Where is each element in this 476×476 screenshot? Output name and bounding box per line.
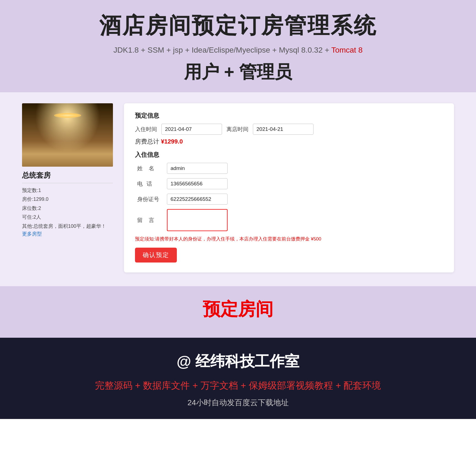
phone-input[interactable] (167, 178, 228, 189)
room-detail-price: 房价:1299.0 (22, 195, 113, 204)
tech-highlight: Tomcat 8 (331, 46, 363, 54)
remark-textarea[interactable] (167, 209, 228, 231)
checkout-input[interactable] (253, 124, 313, 135)
main-title: 酒店房间预定订房管理系统 (6, 11, 470, 41)
footer-download: 24小时自动发百度云下载地址 (11, 397, 465, 408)
checkin-label: 入住时间 (135, 126, 157, 133)
date-row: 入住时间 离店时间 (135, 124, 443, 135)
room-divider (22, 183, 113, 183)
id-label: 身份证号 (135, 196, 163, 203)
name-input[interactable] (167, 163, 228, 174)
name-row: 姓 名 (135, 163, 443, 174)
bottom-section: 预定房间 (0, 286, 476, 338)
room-name: 总统套房 (22, 171, 113, 180)
room-detail-other: 其他:总统套房，面积100平，超豪华！ (22, 222, 113, 231)
room-detail-beds: 床位数:2 (22, 204, 113, 213)
room-image (22, 103, 113, 167)
remark-label: 留 言 (135, 217, 163, 224)
id-input[interactable] (167, 194, 228, 205)
more-rooms-link[interactable]: 更多房型 (22, 231, 42, 237)
tech-stack: JDK1.8 + SSM + jsp + Idea/Eclispe/Myecli… (6, 46, 470, 55)
price-label: 房费总计 (135, 138, 159, 145)
price-amount: ¥1299.0 (161, 138, 183, 145)
confirm-button[interactable]: 确认预定 (135, 248, 177, 263)
sub-title: 用户 + 管理员 (6, 60, 470, 84)
footer-section: @ 经纬科技工作室 完整源码 + 数据库文件 + 万字文档 + 保姆级部署视频教… (0, 338, 476, 419)
checkin-input[interactable] (161, 124, 222, 135)
price-total: 房费总计 ¥1299.0 (135, 137, 443, 146)
tech-stack-prefix: JDK1.8 + SSM + jsp + Idea/Eclispe/Myecli… (113, 46, 331, 54)
booking-info-label: 预定信息 (135, 112, 443, 120)
id-row: 身份证号 (135, 194, 443, 205)
footer-features-text: 完整源码 + 数据库文件 + 万字文档 + 保姆级部署视频教程 + 配套环境 (95, 380, 381, 391)
notice-text: 预定须知:请携带好本人的身份证，办理入住手续，本店办理入住需要在前台缴费押金 ¥… (135, 236, 443, 243)
phone-label: 电 话 (135, 180, 163, 188)
room-detail-capacity: 可住:2人 (22, 213, 113, 221)
phone-row: 电 话 (135, 178, 443, 189)
left-panel: 总统套房 预定数:1 房价:1299.0 床位数:2 可住:2人 其他:总统套房… (22, 103, 113, 237)
right-panel: 预定信息 入住时间 离店时间 房费总计 ¥1299.0 入住信息 姓 名 电 话… (124, 103, 454, 272)
footer-features: 完整源码 + 数据库文件 + 万字文档 + 保姆级部署视频教程 + 配套环境 (11, 379, 465, 392)
content-section: 总统套房 预定数:1 房价:1299.0 床位数:2 可住:2人 其他:总统套房… (0, 92, 476, 286)
room-inner-image (22, 103, 113, 167)
checkin-info-label: 入住信息 (135, 151, 443, 159)
name-label: 姓 名 (135, 165, 163, 172)
footer-company: @ 经纬科技工作室 (11, 351, 465, 372)
room-detail-reservations: 预定数:1 (22, 186, 113, 195)
checkout-label: 离店时间 (226, 126, 248, 133)
room-details: 预定数:1 房价:1299.0 床位数:2 可住:2人 其他:总统套房，面积10… (22, 186, 113, 231)
remark-row: 留 言 (135, 209, 443, 231)
header-section: 酒店房间预定订房管理系统 JDK1.8 + SSM + jsp + Idea/E… (0, 0, 476, 92)
booking-title: 预定房间 (6, 297, 470, 321)
